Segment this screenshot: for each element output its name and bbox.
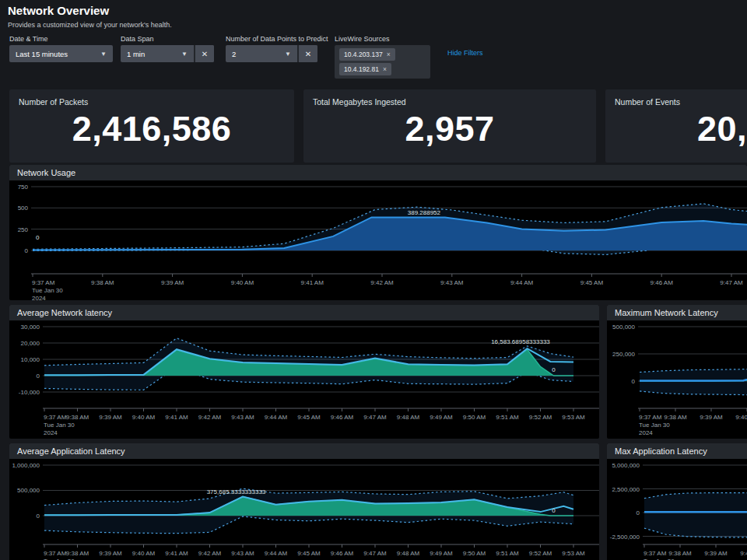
kpi-value: 2,416,586 — [9, 109, 294, 149]
svg-text:-10,000: -10,000 — [19, 389, 40, 396]
svg-text:9:46 AM: 9:46 AM — [331, 414, 354, 421]
svg-text:30,000: 30,000 — [21, 324, 40, 331]
date-time-select[interactable]: Last 15 minutes ▼ — [9, 45, 113, 62]
panel-title: Max Application Latency — [607, 443, 747, 459]
kpi-title: Number of Packets — [9, 89, 294, 107]
chevron-down-icon: ▼ — [100, 51, 107, 58]
data-span-clear-button[interactable]: ✕ — [194, 45, 214, 62]
kpi-value: 20, — [605, 109, 747, 149]
kpi-number-of-packets: Number of Packets 2,416,586 — [9, 89, 294, 163]
svg-text:9:53 AM: 9:53 AM — [562, 414, 585, 421]
svg-text:9:50 AM: 9:50 AM — [463, 414, 486, 421]
svg-text:9:43 AM: 9:43 AM — [231, 550, 254, 557]
svg-text:9:48 AM: 9:48 AM — [397, 550, 420, 557]
svg-text:9:47 AM: 9:47 AM — [363, 414, 387, 421]
svg-text:0: 0 — [36, 234, 40, 241]
svg-text:9:37 AM: 9:37 AM — [32, 279, 55, 286]
svg-text:500,000: 500,000 — [612, 324, 635, 331]
svg-text:9:38 AM: 9:38 AM — [66, 550, 89, 557]
predict-points-control: 2 ▼ ✕ — [226, 45, 317, 62]
svg-text:9:49 AM: 9:49 AM — [430, 414, 453, 421]
svg-text:9:45 AM: 9:45 AM — [297, 550, 321, 557]
page-subtitle: Provides a customized view of your netwo… — [8, 21, 172, 29]
svg-text:9:46 AM: 9:46 AM — [651, 279, 674, 286]
svg-text:9:38 AM: 9:38 AM — [66, 414, 89, 421]
svg-text:9:40 AM: 9:40 AM — [132, 550, 156, 557]
svg-text:9:40 AM: 9:40 AM — [231, 279, 254, 286]
livewire-sources-input[interactable]: 10.4.203.137 × 10.4.192.81 × — [335, 45, 430, 79]
panel-max-application-latency: Max Application Latency -2,500,00002,500… — [607, 443, 747, 560]
data-span-select[interactable]: 1 min ▼ — [121, 45, 194, 62]
svg-text:9:39 AM: 9:39 AM — [99, 414, 122, 421]
remove-tag-icon[interactable]: × — [383, 65, 387, 73]
svg-text:1,000,000: 1,000,000 — [12, 462, 40, 469]
svg-text:10,000: 10,000 — [21, 356, 40, 363]
remove-tag-icon[interactable]: × — [387, 51, 391, 58]
date-time-label: Date & Time — [9, 35, 48, 43]
svg-text:9:37 AM: 9:37 AM — [44, 550, 67, 557]
svg-text:9:40 AM: 9:40 AM — [132, 414, 156, 421]
svg-text:9:46 AM: 9:46 AM — [331, 550, 354, 557]
chevron-down-icon: ▼ — [181, 51, 188, 58]
svg-text:9:41 AM: 9:41 AM — [301, 279, 324, 286]
average-application-latency-chart[interactable]: 0500,0001,000,0009:37 AM9:38 AM9:39 AM9:… — [9, 459, 599, 560]
svg-text:16,583.68958333333: 16,583.68958333333 — [491, 338, 550, 345]
kpi-total-megabytes: Total Megabytes Ingested 2,957 — [303, 89, 596, 163]
svg-text:9:37 AM: 9:37 AM — [644, 550, 667, 557]
svg-text:0: 0 — [552, 366, 556, 373]
svg-text:9:40 AM: 9:40 AM — [735, 414, 747, 421]
svg-text:5,000,000: 5,000,000 — [612, 462, 640, 469]
predict-points-select[interactable]: 2 ▼ — [226, 45, 297, 62]
tag-text: 10.4.203.137 — [344, 51, 383, 58]
panel-title: Average Network latency — [9, 305, 599, 320]
svg-text:9:43 AM: 9:43 AM — [440, 279, 464, 286]
svg-text:9:40 AM: 9:40 AM — [740, 550, 747, 557]
maximum-network-latency-chart[interactable]: 0250,000500,0009:37 AM9:38 AM9:39 AM9:40… — [607, 320, 747, 439]
svg-text:2024: 2024 — [639, 429, 653, 436]
panel-title: Network Usage — [9, 165, 747, 180]
svg-text:9:53 AM: 9:53 AM — [562, 550, 585, 557]
svg-text:20,000: 20,000 — [21, 340, 40, 347]
svg-text:0: 0 — [552, 507, 556, 514]
max-application-latency-chart[interactable]: -2,500,00002,500,0005,000,0009:37 AM9:38… — [607, 459, 747, 560]
svg-text:9:49 AM: 9:49 AM — [430, 550, 453, 557]
svg-text:9:44 AM: 9:44 AM — [265, 414, 288, 421]
svg-text:389.288952: 389.288952 — [408, 209, 441, 216]
svg-text:9:45 AM: 9:45 AM — [580, 279, 604, 286]
data-span-label: Data Span — [121, 35, 154, 43]
panel-average-network-latency: Average Network latency -10,000010,00020… — [9, 305, 599, 439]
svg-text:0: 0 — [37, 373, 40, 380]
kpi-title: Total Megabytes Ingested — [303, 89, 596, 107]
tag-text: 10.4.192.81 — [344, 65, 379, 73]
svg-text:Tue Jan 30: Tue Jan 30 — [32, 287, 63, 294]
svg-text:Tue Jan 30: Tue Jan 30 — [44, 422, 75, 429]
panel-title: Maximum Network Latency — [607, 305, 747, 320]
svg-text:9:48 AM: 9:48 AM — [397, 414, 420, 421]
svg-text:2024: 2024 — [32, 295, 46, 300]
svg-text:9:45 AM: 9:45 AM — [297, 414, 321, 421]
hide-filters-link[interactable]: Hide Filters — [447, 49, 483, 57]
svg-text:9:51 AM: 9:51 AM — [496, 414, 519, 421]
svg-text:2,500,000: 2,500,000 — [612, 486, 640, 493]
average-network-latency-chart[interactable]: -10,000010,00020,00030,0009:37 AM9:38 AM… — [9, 320, 599, 439]
svg-text:9:43 AM: 9:43 AM — [231, 414, 254, 421]
svg-text:9:39 AM: 9:39 AM — [99, 550, 122, 557]
svg-text:250: 250 — [18, 226, 29, 233]
predict-points-clear-button[interactable]: ✕ — [297, 45, 317, 62]
svg-text:0: 0 — [632, 378, 636, 385]
svg-text:Tue Jan 30: Tue Jan 30 — [639, 422, 670, 429]
svg-text:375,685.3333333333: 375,685.3333333333 — [207, 488, 266, 495]
svg-text:250,000: 250,000 — [612, 351, 635, 358]
livewire-source-tag: 10.4.203.137 × — [339, 48, 395, 61]
svg-text:750: 750 — [18, 184, 29, 191]
svg-text:9:47 AM: 9:47 AM — [363, 550, 387, 557]
svg-text:9:52 AM: 9:52 AM — [529, 414, 552, 421]
kpi-number-of-events: Number of Events 20, — [605, 89, 747, 163]
svg-text:-2,500,000: -2,500,000 — [610, 534, 640, 541]
panel-network-usage: Network Usage 02505007509:37 AM9:38 AM9:… — [9, 165, 747, 300]
network-usage-chart[interactable]: 02505007509:37 AM9:38 AM9:39 AM9:40 AM9:… — [9, 180, 747, 300]
predict-points-value: 2 — [232, 50, 236, 58]
svg-text:9:44 AM: 9:44 AM — [510, 279, 534, 286]
svg-text:9:38 AM: 9:38 AM — [664, 414, 687, 421]
svg-text:9:37 AM: 9:37 AM — [44, 414, 67, 421]
